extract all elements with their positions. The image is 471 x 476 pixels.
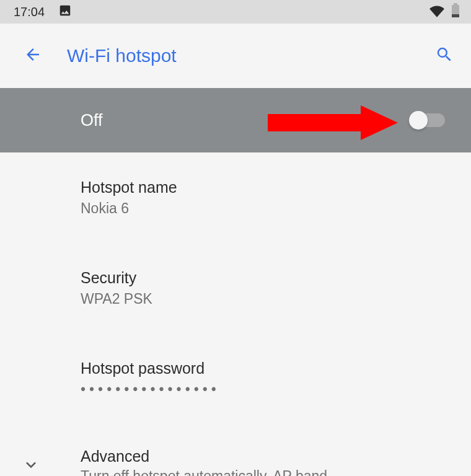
advanced-item[interactable]: Advanced Turn off hotspot automatically,…	[0, 441, 471, 476]
security-item[interactable]: Security WPA2 PSK	[0, 260, 471, 316]
hotspot-state-label: Off	[81, 111, 410, 130]
hotspot-name-item[interactable]: Hotspot name Nokia 6	[0, 170, 471, 226]
battery-icon	[451, 3, 460, 20]
app-bar: Wi-Fi hotspot	[0, 24, 471, 88]
page-title: Wi-Fi hotspot	[67, 45, 435, 66]
status-time: 17:04	[14, 5, 45, 19]
expand-icon-wrap	[21, 455, 81, 476]
status-right	[429, 3, 460, 20]
wifi-icon	[429, 4, 445, 20]
hotspot-name-label: Hotspot name	[81, 178, 471, 196]
security-value: WPA2 PSK	[81, 291, 471, 307]
svg-rect-2	[452, 14, 459, 17]
hotspot-name-value: Nokia 6	[81, 200, 471, 217]
status-bar: 17:04	[0, 0, 471, 24]
security-label: Security	[81, 269, 471, 287]
image-icon	[58, 4, 72, 20]
advanced-subtitle: Turn off hotspot automatically, AP band	[81, 468, 471, 476]
password-item[interactable]: Hotspot password ••••••••••••••••	[0, 351, 471, 407]
chevron-down-icon	[21, 455, 41, 476]
advanced-label: Advanced	[81, 447, 471, 465]
svg-rect-0	[454, 3, 457, 5]
password-label: Hotspot password	[81, 359, 471, 377]
status-left: 17:04	[14, 4, 72, 20]
settings-list: Hotspot name Nokia 6 Security WPA2 PSK H…	[0, 152, 471, 476]
password-mask: ••••••••••••••••	[81, 381, 471, 398]
arrow-back-icon	[24, 45, 42, 66]
hotspot-switch[interactable]	[410, 113, 445, 127]
search-button[interactable]	[435, 45, 454, 66]
advanced-content: Advanced Turn off hotspot automatically,…	[81, 447, 471, 476]
hotspot-toggle-row[interactable]: Off	[0, 88, 471, 152]
search-icon	[435, 45, 454, 66]
back-button[interactable]	[24, 45, 42, 66]
switch-thumb	[409, 111, 428, 130]
